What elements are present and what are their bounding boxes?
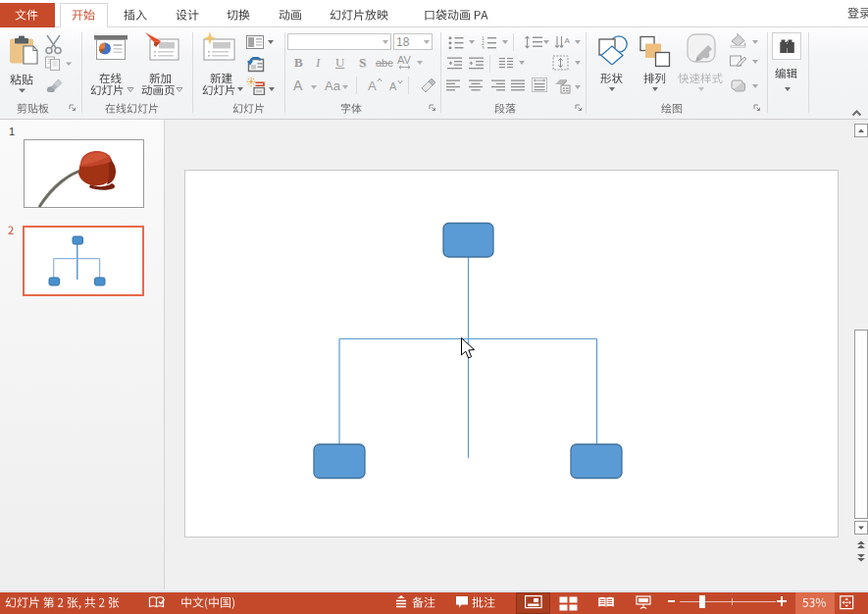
svg-text:A: A (565, 36, 571, 45)
svg-text:3: 3 (482, 45, 485, 49)
